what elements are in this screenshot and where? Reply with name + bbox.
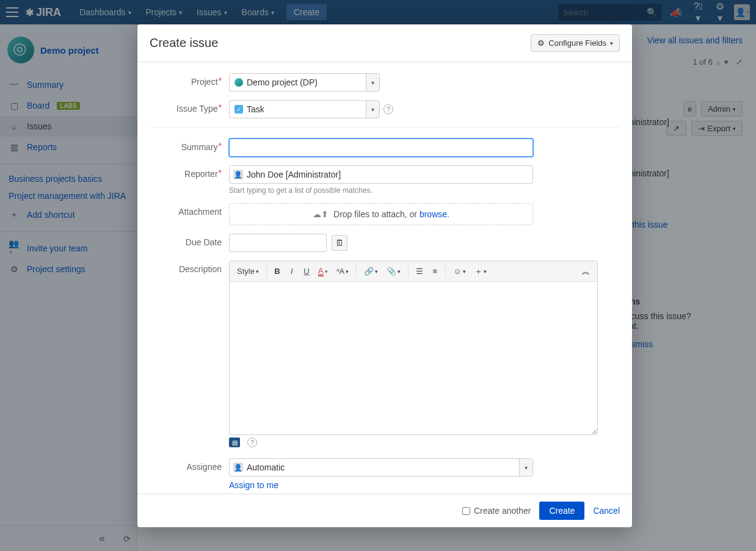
modal-title: Create issue	[150, 36, 218, 50]
label-assignee: Assignee	[150, 458, 229, 472]
reporter-hint: Start typing to get a list of possible m…	[229, 186, 620, 195]
link-button[interactable]: 🔗 ▾	[360, 264, 382, 278]
create-another-checkbox[interactable]: Create another	[462, 506, 531, 516]
label-description: Description	[150, 261, 229, 274]
help-icon[interactable]: ?	[383, 104, 393, 114]
project-sel-icon	[234, 78, 243, 87]
chevron-down-icon[interactable]: ▾	[366, 101, 379, 118]
chevron-down-icon[interactable]: ▾	[519, 459, 532, 476]
attachment-dropzone[interactable]: ☁⬆ Drop files to attach, or browse.	[229, 203, 533, 225]
upload-icon: ☁⬆	[313, 209, 329, 219]
browse-link[interactable]: browse	[420, 209, 447, 219]
assign-to-me-link[interactable]: Assign to me	[229, 480, 278, 490]
summary-input[interactable]	[229, 139, 533, 157]
user-icon: 👤	[233, 170, 243, 179]
due-date-input[interactable]	[229, 234, 327, 252]
create-button[interactable]: Create	[539, 502, 584, 520]
create-another-input[interactable]	[462, 507, 470, 515]
number-list-button[interactable]: ≡	[428, 264, 442, 278]
create-issue-modal: Create issue ⚙ Configure Fields ▾ Projec…	[137, 24, 632, 527]
chevron-down-icon[interactable]: ▾	[366, 74, 379, 91]
clear-format-button[interactable]: ᵃA ▾	[333, 264, 353, 278]
underline-button[interactable]: U	[300, 264, 313, 278]
label-due-date: Due Date	[150, 234, 229, 247]
issue-type-select[interactable]: ✓Task ▾	[229, 100, 380, 118]
task-icon: ✓	[234, 105, 243, 113]
project-select[interactable]: Demo project (DP) ▾	[229, 73, 380, 92]
label-issue-type: Issue Type	[150, 100, 229, 113]
bold-button[interactable]: B	[271, 264, 284, 278]
attach-button[interactable]: 📎 ▾	[383, 264, 404, 278]
label-attachment: Attachment	[150, 203, 229, 217]
calendar-button[interactable]: 🗓	[332, 235, 347, 251]
italic-button[interactable]: I	[285, 264, 299, 278]
assignee-select[interactable]: 👤Automatic ▾	[229, 458, 533, 477]
more-button[interactable]: ＋ ▾	[471, 264, 490, 279]
gear-icon: ⚙	[537, 38, 545, 48]
editor-toolbar: Style ▾ B I U A ▾ ᵃA ▾ 🔗 ▾ 📎 ▾ ☰ ≡	[230, 261, 597, 282]
collapse-toolbar-icon[interactable]: ︽	[578, 264, 594, 279]
style-dropdown[interactable]: Style ▾	[233, 264, 263, 278]
bullet-list-button[interactable]: ☰	[412, 264, 427, 278]
reporter-input[interactable]: 👤 John Doe [Administrator]	[229, 165, 533, 184]
user-icon: 👤	[233, 463, 243, 472]
description-textarea[interactable]	[230, 282, 597, 434]
emoji-button[interactable]: ☺ ▾	[449, 264, 469, 278]
chevron-down-icon: ▾	[610, 40, 613, 46]
calendar-icon: 🗓	[335, 238, 344, 248]
label-summary: Summary	[150, 139, 229, 152]
visual-tab-icon[interactable]: ▤	[229, 438, 240, 447]
text-color-button[interactable]: A ▾	[314, 264, 332, 279]
help-icon[interactable]: ?	[247, 438, 257, 447]
label-reporter: Reporter	[150, 165, 229, 179]
cancel-link[interactable]: Cancel	[593, 506, 620, 516]
configure-fields-button[interactable]: ⚙ Configure Fields ▾	[531, 34, 620, 52]
description-editor: Style ▾ B I U A ▾ ᵃA ▾ 🔗 ▾ 📎 ▾ ☰ ≡	[229, 261, 598, 435]
label-project: Project	[150, 73, 229, 87]
